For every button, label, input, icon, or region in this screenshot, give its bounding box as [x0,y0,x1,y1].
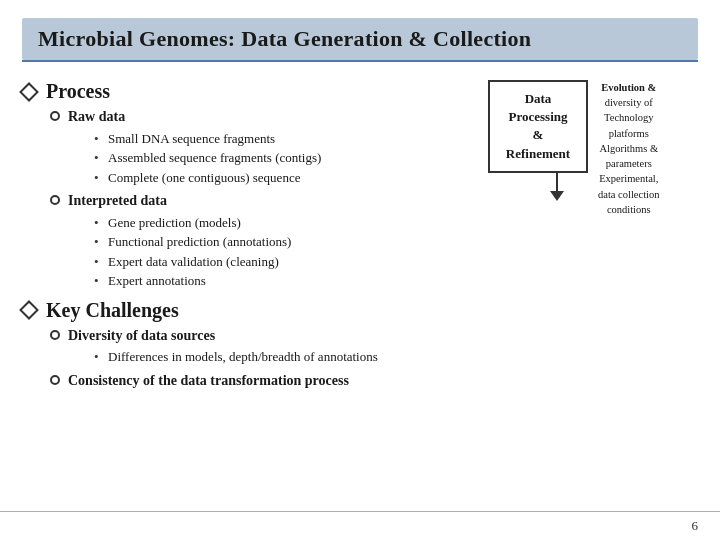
interpreted-data-bullet [50,195,60,205]
raw-data-bullets: Small DNA sequence fragments Assembled s… [94,129,478,188]
page-number: 6 [692,518,699,534]
arrow-line [556,173,558,191]
raw-bullet-1: Small DNA sequence fragments [94,129,478,149]
dp-line4: Refinement [502,145,574,163]
challenges-diamond-bullet [19,300,39,320]
diversity-header: Diversity of data sources [50,326,478,346]
consistency-bullet [50,375,60,385]
arrow-head [550,191,564,201]
content-area: Process Raw data Small DNA sequence frag… [0,62,720,511]
diagram-left: Data Processing & Refinement [488,80,588,201]
raw-bullet-3: Complete (one contiguous) sequence [94,168,478,188]
side-note-line5: Algorithms & [598,141,660,156]
footer: 6 [0,511,720,540]
interpreted-data-header: Interpreted data [50,191,478,211]
process-section-header: Process [22,80,478,103]
interpreted-data-label: Interpreted data [68,191,167,211]
side-note-line2: diversity of [598,95,660,110]
process-diamond-bullet [19,82,39,102]
side-note-line8: data collection [598,187,660,202]
side-note-line6: parameters [598,156,660,171]
interpreted-bullet-3: Expert data validation (cleaning) [94,252,478,272]
slide: Microbial Genomes: Data Generation & Col… [0,0,720,540]
diversity-bullet-1: Differences in models, depth/breadth of … [94,347,478,367]
raw-data-header: Raw data [50,107,478,127]
consistency-label: Consistency of the data transformation p… [68,371,349,391]
title-bar: Microbial Genomes: Data Generation & Col… [22,18,698,60]
challenges-section-title: Key Challenges [46,299,179,322]
raw-data-label: Raw data [68,107,125,127]
side-note-line4: platforms [598,126,660,141]
interpreted-bullet-1: Gene prediction (models) [94,213,478,233]
consistency-header: Consistency of the data transformation p… [50,371,478,391]
diversity-label: Diversity of data sources [68,326,215,346]
diversity-bullet [50,330,60,340]
interpreted-data-bullets: Gene prediction (models) Functional pred… [94,213,478,291]
interpreted-bullet-2: Functional prediction (annotations) [94,232,478,252]
diagram-area: Data Processing & Refinement Evolution &… [488,72,698,511]
side-note-line1: Evolution & [598,80,660,95]
diversity-bullets: Differences in models, depth/breadth of … [94,347,478,367]
challenges-section-header: Key Challenges [22,299,478,322]
dp-line3: & [502,126,574,144]
side-notes: Evolution & diversity of Technology plat… [598,80,660,217]
challenges-subsections: Diversity of data sources Differences in… [50,326,478,391]
process-subsections: Raw data Small DNA sequence fragments As… [50,107,478,291]
slide-title: Microbial Genomes: Data Generation & Col… [38,26,682,52]
data-processing-box: Data Processing & Refinement [488,80,588,173]
raw-bullet-2: Assembled sequence fragments (contigs) [94,148,478,168]
dp-line2: Processing [502,108,574,126]
dp-line1: Data [502,90,574,108]
side-note-line9: conditions [598,202,660,217]
diagram-row: Data Processing & Refinement Evolution &… [488,80,698,217]
diagram-arrow [550,173,564,201]
side-note-line3: Technology [598,110,660,125]
interpreted-bullet-4: Expert annotations [94,271,478,291]
raw-data-bullet [50,111,60,121]
side-note-line7: Experimental, [598,171,660,186]
left-content: Process Raw data Small DNA sequence frag… [22,72,488,511]
process-section-title: Process [46,80,110,103]
